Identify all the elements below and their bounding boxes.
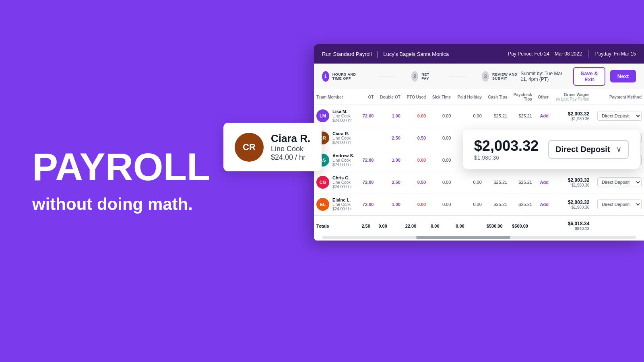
employee-rate: $24.00 / hr <box>332 140 352 145</box>
employee-cell: LM Lisa M. Line Cook $24.00 / hr <box>314 105 359 127</box>
other-cell[interactable]: Add <box>535 193 551 216</box>
holiday-cell: 0.00 <box>453 171 484 193</box>
totals-paycheck-tips: $500.00 <box>510 216 535 236</box>
ot-cell <box>359 127 376 149</box>
col-holiday: Paid Holiday <box>453 89 484 105</box>
step-3[interactable]: 3 REVIEW AND SUBMIT <box>482 71 520 82</box>
step-2[interactable]: 2 NET PAY <box>411 71 433 82</box>
col-other: Other <box>535 89 551 105</box>
step-2-label: NET PAY <box>421 72 433 80</box>
totals-pto: 22.00 <box>403 216 428 236</box>
double-ot-cell: 1.00 <box>376 149 402 171</box>
col-paycheck-tips: PaycheckTips <box>510 89 535 105</box>
separator: | <box>377 50 379 58</box>
table-row: EL Elaine L. Line Cook $24.00 / hr 72.00… <box>314 193 644 216</box>
double-ot-cell: 2.50 <box>376 127 402 149</box>
payment-method-cell[interactable]: Direct Deposit Check <box>592 171 644 193</box>
step-3-circle: 3 <box>482 71 489 82</box>
double-ot-cell: 1.00 <box>376 105 402 127</box>
paycheck-tips-cell: $25.21 <box>510 105 535 127</box>
totals-label: Totals <box>314 216 359 236</box>
top-bar-left: Run Standard Payroll | Lucy's Bagels San… <box>322 50 449 58</box>
totals-gross: $6,018.34 $840.12 <box>551 216 592 236</box>
chevron-down-icon: ∨ <box>616 145 621 154</box>
employee-name: Chris G. <box>332 175 352 180</box>
next-button[interactable]: Next <box>610 70 636 82</box>
avatar: LM <box>316 109 329 122</box>
totals-sick: 0.00 <box>428 216 453 236</box>
sick-cell: 0.00 <box>428 171 453 193</box>
totals-other <box>535 216 551 236</box>
totals-payment <box>592 216 644 236</box>
step-connector-1 <box>378 76 395 76</box>
popup-employee-rate: $24.00 / hr <box>271 153 310 162</box>
hero-section: PAYROLL without doing math. <box>32 148 211 214</box>
holiday-cell: 0.00 <box>453 105 484 127</box>
employee-info: Lisa M. Line Cook $24.00 / hr <box>332 109 352 123</box>
col-double-ot: Double OT <box>376 89 402 105</box>
scroll-thumb <box>416 236 510 239</box>
employee-role: Line Cook <box>332 114 352 118</box>
gross-previous: $1,980.36 <box>553 183 589 187</box>
payment-method-select[interactable]: Direct Deposit Check <box>597 111 642 121</box>
totals-ot: 2.50 <box>359 216 376 236</box>
save-exit-button[interactable]: Save & Exit <box>573 67 605 86</box>
pto-cell: 0.50 <box>403 127 428 149</box>
employee-rate: $24.00 / hr <box>332 185 352 189</box>
steps-bar: 1 HOURS AND TIME OFF 2 NET PAY 3 REVIEW … <box>314 64 644 89</box>
col-payment-method: Payment Method <box>592 89 644 105</box>
sick-cell: 0.00 <box>428 127 453 149</box>
employee-cell: EL Elaine L. Line Cook $24.00 / hr <box>314 193 359 216</box>
popup-prev-amount: $1,980.36 <box>474 154 539 161</box>
step-1[interactable]: 1 HOURS AND TIME OFF <box>322 71 362 82</box>
pto-cell: 0.00 <box>403 193 428 216</box>
gross-wages-cell: $2,003.32 $1,980.36 <box>551 193 592 216</box>
employee-cell: CG Chris G. Line Cook $24.00 / hr <box>314 171 359 193</box>
paycheck-tips-cell: $25.21 <box>510 171 535 193</box>
totals-double-ot: 0.00 <box>376 216 402 236</box>
step-3-label: REVIEW AND SUBMIT <box>492 72 520 80</box>
employee-role: Line Cook <box>332 136 352 140</box>
scroll-indicator[interactable] <box>322 236 636 239</box>
employee-name: Ciara R. <box>332 131 352 136</box>
totals-cash-tips: $500.00 <box>484 216 510 236</box>
payment-method-cell[interactable]: Direct Deposit Check <box>592 105 644 127</box>
cash-tips-cell: $25.21 <box>484 193 510 216</box>
sick-cell: 0.00 <box>428 105 453 127</box>
payment-method-cell[interactable]: Direct Deposit Check <box>592 193 644 216</box>
other-cell[interactable]: Add <box>535 171 551 193</box>
step-connector-2 <box>449 76 466 76</box>
double-ot-cell: 1.00 <box>376 193 402 216</box>
company-name: Lucy's Bagels Santa Monica <box>383 51 449 57</box>
col-cash-tips: Cash Tips <box>484 89 510 105</box>
totals-row: Totals 2.50 0.00 22.00 0.00 0.00 $500.00… <box>314 216 644 236</box>
other-cell[interactable]: Add <box>535 105 551 127</box>
table-row: LM Lisa M. Line Cook $24.00 / hr 72.00 1… <box>314 105 644 127</box>
ot-cell: 72.00 <box>359 193 376 216</box>
popup-payment-method[interactable]: Direct Deposit ∨ <box>548 140 629 159</box>
cash-tips-cell: $25.21 <box>484 105 510 127</box>
top-bar-right: Pay Period: Feb 24 – Mar 08 2022 Payday:… <box>508 50 636 58</box>
popup-amount: $2,003.32 $1,980.36 <box>474 138 539 161</box>
steps-left: 1 HOURS AND TIME OFF 2 NET PAY 3 REVIEW … <box>322 71 520 82</box>
gross-current: $2,003.32 <box>553 200 589 205</box>
totals-holiday: 0.00 <box>453 216 484 236</box>
ot-cell: 72.00 <box>359 171 376 193</box>
gross-previous: $1,980.36 <box>553 117 589 121</box>
employee-name: Lisa M. <box>332 109 352 114</box>
col-sick: Sick Time <box>428 89 453 105</box>
employee-info: Andrew S. Line Cook $24.00 / hr <box>332 153 354 167</box>
payment-method-select[interactable]: Direct Deposit Check <box>597 177 642 187</box>
top-bar: Run Standard Payroll | Lucy's Bagels San… <box>314 44 644 64</box>
step-1-circle: 1 <box>322 71 329 82</box>
employee-info: Elaine L. Line Cook $24.00 / hr <box>332 197 352 211</box>
employee-name: Elaine L. <box>332 197 352 202</box>
payment-method-select[interactable]: Direct Deposit Check <box>597 200 642 209</box>
employee-rate: $24.00 / hr <box>332 207 352 211</box>
col-pto: PTO Used <box>403 89 428 105</box>
steps-right: Submit by: Tue Mar 11, 4pm (PT) Save & E… <box>520 67 636 86</box>
hero-subtitle: without doing math. <box>32 194 211 214</box>
cash-tips-cell: $25.21 <box>484 171 510 193</box>
popup-employee-role: Line Cook <box>271 145 310 153</box>
double-ot-cell: 2.50 <box>376 171 402 193</box>
